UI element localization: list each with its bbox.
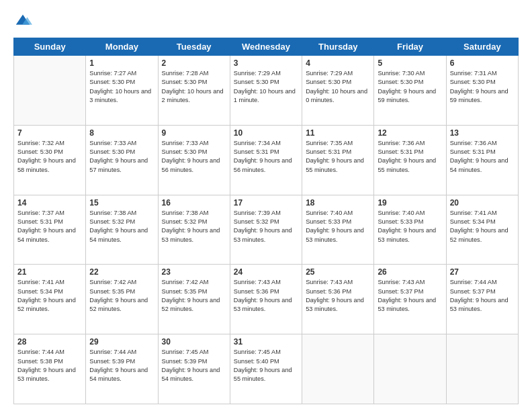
cell-details: Sunrise: 7:42 AMSunset: 5:35 PMDaylight:… <box>162 278 226 314</box>
day-number: 9 <box>162 128 226 138</box>
cell-details: Sunrise: 7:40 AMSunset: 5:33 PMDaylight:… <box>306 209 370 244</box>
calendar-cell: 28Sunrise: 7:44 AMSunset: 5:38 PMDayligh… <box>14 334 86 404</box>
day-number: 26 <box>378 267 442 277</box>
day-number: 1 <box>89 58 154 68</box>
cell-details: Sunrise: 7:33 AMSunset: 5:30 PMDaylight:… <box>162 139 226 175</box>
cell-details: Sunrise: 7:28 AMSunset: 5:30 PMDaylight:… <box>162 69 226 105</box>
cell-details: Sunrise: 7:42 AMSunset: 5:35 PMDaylight:… <box>89 278 154 314</box>
calendar-cell <box>14 56 86 126</box>
day-number: 20 <box>450 198 515 208</box>
cell-details: Sunrise: 7:44 AMSunset: 5:39 PMDaylight:… <box>89 348 154 383</box>
cell-details: Sunrise: 7:27 AMSunset: 5:30 PMDaylight:… <box>89 69 154 105</box>
cell-details: Sunrise: 7:29 AMSunset: 5:30 PMDaylight:… <box>306 69 370 105</box>
day-number: 13 <box>450 128 515 138</box>
weekday-header: Sunday <box>14 38 86 56</box>
day-number: 11 <box>306 128 370 138</box>
weekday-header: Thursday <box>302 38 374 56</box>
day-number: 18 <box>306 198 370 208</box>
logo-icon <box>13 12 32 31</box>
day-number: 10 <box>234 128 298 138</box>
cell-details: Sunrise: 7:41 AMSunset: 5:34 PMDaylight:… <box>17 278 82 314</box>
calendar-cell: 8Sunrise: 7:33 AMSunset: 5:30 PMDaylight… <box>86 125 158 195</box>
calendar-cell: 3Sunrise: 7:29 AMSunset: 5:30 PMDaylight… <box>230 56 302 126</box>
day-number: 29 <box>89 337 154 347</box>
calendar-cell <box>302 334 374 404</box>
day-number: 28 <box>17 337 82 347</box>
calendar-cell: 15Sunrise: 7:38 AMSunset: 5:32 PMDayligh… <box>86 195 158 265</box>
cell-details: Sunrise: 7:43 AMSunset: 5:37 PMDaylight:… <box>378 278 442 314</box>
calendar-cell: 22Sunrise: 7:42 AMSunset: 5:35 PMDayligh… <box>86 265 158 334</box>
calendar-week-row: 28Sunrise: 7:44 AMSunset: 5:38 PMDayligh… <box>14 334 519 404</box>
calendar-cell: 27Sunrise: 7:44 AMSunset: 5:37 PMDayligh… <box>446 265 518 334</box>
calendar-cell: 5Sunrise: 7:30 AMSunset: 5:30 PMDaylight… <box>374 56 446 126</box>
day-number: 17 <box>234 198 298 208</box>
day-number: 15 <box>89 198 154 208</box>
day-number: 23 <box>162 267 226 277</box>
calendar-week-row: 1Sunrise: 7:27 AMSunset: 5:30 PMDaylight… <box>14 56 519 126</box>
cell-details: Sunrise: 7:41 AMSunset: 5:34 PMDaylight:… <box>450 209 515 244</box>
logo <box>13 12 35 31</box>
day-number: 5 <box>378 58 442 68</box>
calendar-cell: 29Sunrise: 7:44 AMSunset: 5:39 PMDayligh… <box>86 334 158 404</box>
calendar-cell: 30Sunrise: 7:45 AMSunset: 5:39 PMDayligh… <box>158 334 230 404</box>
weekday-header: Monday <box>86 38 158 56</box>
day-number: 24 <box>234 267 298 277</box>
cell-details: Sunrise: 7:39 AMSunset: 5:32 PMDaylight:… <box>234 209 298 244</box>
calendar-cell: 17Sunrise: 7:39 AMSunset: 5:32 PMDayligh… <box>230 195 302 265</box>
day-number: 8 <box>89 128 154 138</box>
cell-details: Sunrise: 7:30 AMSunset: 5:30 PMDaylight:… <box>378 69 442 105</box>
calendar-header-row: SundayMondayTuesdayWednesdayThursdayFrid… <box>14 38 519 56</box>
calendar-cell: 25Sunrise: 7:43 AMSunset: 5:36 PMDayligh… <box>302 265 374 334</box>
weekday-header: Saturday <box>446 38 518 56</box>
day-number: 16 <box>162 198 226 208</box>
cell-details: Sunrise: 7:29 AMSunset: 5:30 PMDaylight:… <box>234 69 298 105</box>
calendar-cell: 31Sunrise: 7:45 AMSunset: 5:40 PMDayligh… <box>230 334 302 404</box>
calendar-cell: 21Sunrise: 7:41 AMSunset: 5:34 PMDayligh… <box>14 265 86 334</box>
calendar-cell: 7Sunrise: 7:32 AMSunset: 5:30 PMDaylight… <box>14 125 86 195</box>
calendar-cell: 19Sunrise: 7:40 AMSunset: 5:33 PMDayligh… <box>374 195 446 265</box>
day-number: 27 <box>450 267 515 277</box>
calendar-cell: 12Sunrise: 7:36 AMSunset: 5:31 PMDayligh… <box>374 125 446 195</box>
calendar-cell: 13Sunrise: 7:36 AMSunset: 5:31 PMDayligh… <box>446 125 518 195</box>
calendar-cell: 1Sunrise: 7:27 AMSunset: 5:30 PMDaylight… <box>86 56 158 126</box>
cell-details: Sunrise: 7:45 AMSunset: 5:40 PMDaylight:… <box>234 348 298 383</box>
day-number: 21 <box>17 267 82 277</box>
cell-details: Sunrise: 7:31 AMSunset: 5:30 PMDaylight:… <box>450 69 515 105</box>
day-number: 25 <box>306 267 370 277</box>
cell-details: Sunrise: 7:34 AMSunset: 5:31 PMDaylight:… <box>234 139 298 175</box>
cell-details: Sunrise: 7:40 AMSunset: 5:33 PMDaylight:… <box>378 209 442 244</box>
day-number: 12 <box>378 128 442 138</box>
calendar-cell: 9Sunrise: 7:33 AMSunset: 5:30 PMDaylight… <box>158 125 230 195</box>
calendar-cell: 10Sunrise: 7:34 AMSunset: 5:31 PMDayligh… <box>230 125 302 195</box>
calendar-cell: 6Sunrise: 7:31 AMSunset: 5:30 PMDaylight… <box>446 56 518 126</box>
day-number: 22 <box>89 267 154 277</box>
cell-details: Sunrise: 7:35 AMSunset: 5:31 PMDaylight:… <box>306 139 370 175</box>
calendar-cell: 23Sunrise: 7:42 AMSunset: 5:35 PMDayligh… <box>158 265 230 334</box>
calendar-table: SundayMondayTuesdayWednesdayThursdayFrid… <box>13 38 519 404</box>
calendar-cell: 24Sunrise: 7:43 AMSunset: 5:36 PMDayligh… <box>230 265 302 334</box>
calendar-cell: 11Sunrise: 7:35 AMSunset: 5:31 PMDayligh… <box>302 125 374 195</box>
calendar-cell: 16Sunrise: 7:38 AMSunset: 5:32 PMDayligh… <box>158 195 230 265</box>
day-number: 7 <box>17 128 82 138</box>
calendar-week-row: 7Sunrise: 7:32 AMSunset: 5:30 PMDaylight… <box>14 125 519 195</box>
calendar-cell <box>446 334 518 404</box>
cell-details: Sunrise: 7:36 AMSunset: 5:31 PMDaylight:… <box>450 139 515 175</box>
cell-details: Sunrise: 7:36 AMSunset: 5:31 PMDaylight:… <box>378 139 442 175</box>
calendar-cell: 20Sunrise: 7:41 AMSunset: 5:34 PMDayligh… <box>446 195 518 265</box>
weekday-header: Wednesday <box>230 38 302 56</box>
day-number: 3 <box>234 58 298 68</box>
day-number: 2 <box>162 58 226 68</box>
calendar-week-row: 21Sunrise: 7:41 AMSunset: 5:34 PMDayligh… <box>14 265 519 334</box>
day-number: 31 <box>234 337 298 347</box>
cell-details: Sunrise: 7:44 AMSunset: 5:37 PMDaylight:… <box>450 278 515 314</box>
cell-details: Sunrise: 7:43 AMSunset: 5:36 PMDaylight:… <box>306 278 370 314</box>
calendar-cell: 18Sunrise: 7:40 AMSunset: 5:33 PMDayligh… <box>302 195 374 265</box>
cell-details: Sunrise: 7:32 AMSunset: 5:30 PMDaylight:… <box>17 139 82 175</box>
day-number: 30 <box>162 337 226 347</box>
calendar-cell: 26Sunrise: 7:43 AMSunset: 5:37 PMDayligh… <box>374 265 446 334</box>
weekday-header: Friday <box>374 38 446 56</box>
cell-details: Sunrise: 7:38 AMSunset: 5:32 PMDaylight:… <box>162 209 226 244</box>
day-number: 19 <box>378 198 442 208</box>
calendar-cell: 2Sunrise: 7:28 AMSunset: 5:30 PMDaylight… <box>158 56 230 126</box>
cell-details: Sunrise: 7:43 AMSunset: 5:36 PMDaylight:… <box>234 278 298 314</box>
